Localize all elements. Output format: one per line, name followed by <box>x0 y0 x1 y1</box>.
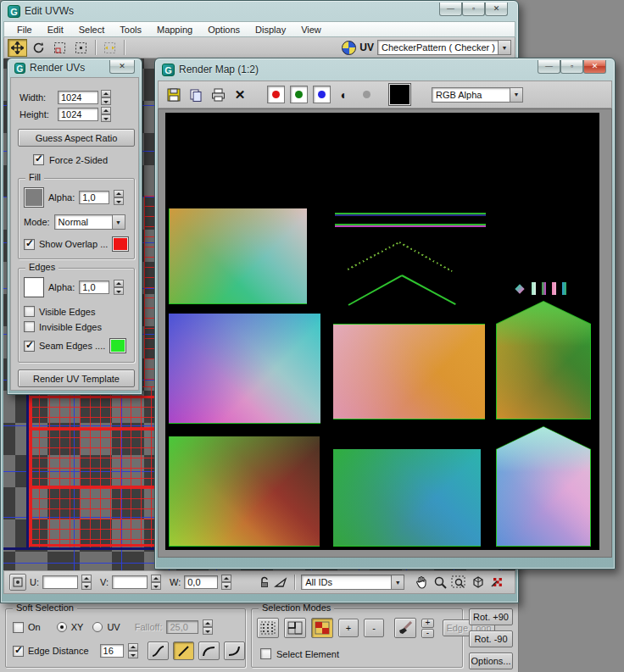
lock-selection-icon[interactable] <box>259 576 270 589</box>
render-uv-template-button[interactable]: Render UV Template <box>18 369 135 387</box>
background-color-swatch[interactable] <box>388 83 411 106</box>
close-button[interactable]: ✕ <box>109 60 135 74</box>
fill-alpha-spinner[interactable] <box>114 190 124 205</box>
maximize-button[interactable]: ▫ <box>462 3 485 16</box>
save-icon[interactable] <box>165 87 182 103</box>
render-map-window: G Render Map (1:2) — ▫ ✕ ✕ ◐ RGB Alpha ▼ <box>154 58 616 569</box>
u-input[interactable] <box>42 575 78 589</box>
u-spinner[interactable] <box>81 575 92 590</box>
xy-radio[interactable] <box>57 622 67 632</box>
height-spinner[interactable] <box>101 107 111 122</box>
height-input[interactable]: 1024 <box>58 108 98 121</box>
dropdown-arrow-icon[interactable]: ▼ <box>510 88 522 102</box>
fill-color-swatch[interactable] <box>24 187 44 208</box>
edge-distance-spinner[interactable] <box>128 643 138 658</box>
dropdown-arrow-icon[interactable]: ▼ <box>391 575 404 589</box>
menu-mapping[interactable]: Mapping <box>149 24 200 36</box>
fill-mode-dropdown[interactable]: Normal ▼ <box>54 214 125 230</box>
menu-tools[interactable]: Tools <box>112 24 149 36</box>
rendered-map-canvas[interactable] <box>165 113 599 550</box>
menu-file[interactable]: File <box>9 24 40 36</box>
pan-hand-icon[interactable] <box>415 575 430 590</box>
overlap-color-swatch[interactable] <box>112 236 129 252</box>
paint-size-up-button[interactable]: + <box>421 619 434 628</box>
visible-edges-checkbox[interactable] <box>24 306 35 317</box>
select-element-checkbox[interactable] <box>260 648 271 659</box>
grow-selection-button[interactable]: + <box>338 619 359 637</box>
edit-uvws-titlebar[interactable]: G Edit UVWs — ▫ ✕ <box>1 1 518 21</box>
show-overlap-checkbox[interactable] <box>24 239 35 250</box>
edge-alpha-spinner[interactable] <box>114 280 124 295</box>
delete-icon[interactable]: ✕ <box>231 87 248 103</box>
falloff-spinner[interactable] <box>203 619 213 635</box>
alpha-channel-icon[interactable]: ◐ <box>336 87 353 103</box>
dropdown-arrow-icon[interactable]: ▼ <box>112 215 125 229</box>
paint-select-button[interactable] <box>394 618 416 638</box>
falloff-input[interactable]: 25,0 <box>166 620 198 634</box>
material-id-dropdown[interactable]: All IDs ▼ <box>301 575 404 590</box>
guess-aspect-ratio-button[interactable]: Guess Aspect Ratio <box>18 129 135 147</box>
falloff-curve-smooth-button[interactable] <box>148 641 169 660</box>
edge-alpha-input[interactable]: 1,0 <box>79 280 109 294</box>
soft-selection-on-checkbox[interactable] <box>13 622 24 633</box>
blue-channel-toggle[interactable] <box>313 86 331 103</box>
edge-distance-input[interactable]: 16 <box>100 644 124 658</box>
freeform-tool-button[interactable] <box>71 39 91 57</box>
move-tool-button[interactable] <box>8 39 27 57</box>
minimize-button[interactable]: — <box>439 3 462 16</box>
rotate-plus-90-button[interactable]: Rot. +90 <box>469 608 513 625</box>
vertex-mode-button[interactable] <box>257 618 279 638</box>
absolute-offset-toggle[interactable] <box>9 574 26 591</box>
width-input[interactable]: 1024 <box>58 91 98 104</box>
zoom-to-gizmo-icon[interactable] <box>489 575 504 589</box>
w-spinner[interactable] <box>221 575 231 590</box>
red-channel-toggle[interactable] <box>267 86 285 103</box>
render-map-titlebar[interactable]: G Render Map (1:2) — ▫ ✕ <box>155 58 615 81</box>
edge-mode-button[interactable] <box>284 618 306 638</box>
scale-tool-button[interactable] <box>50 39 70 57</box>
copy-icon[interactable] <box>187 87 204 103</box>
dropdown-arrow-icon[interactable]: ▼ <box>498 41 510 54</box>
w-input[interactable]: 0,0 <box>184 575 218 589</box>
channel-display-dropdown[interactable]: RGB Alpha ▼ <box>432 87 523 103</box>
falloff-curve-slow-button[interactable] <box>224 641 245 660</box>
width-spinner[interactable] <box>101 90 111 105</box>
texture-list-dropdown[interactable]: CheckerPattern ( Checker ) ▼ <box>377 40 511 55</box>
falloff-curve-linear-button[interactable] <box>173 641 194 660</box>
close-button[interactable]: ✕ <box>583 60 606 74</box>
rotate-tool-button[interactable] <box>29 39 48 57</box>
edge-distance-checkbox[interactable] <box>13 646 24 657</box>
options-button[interactable]: Options... <box>469 653 513 669</box>
maximize-button[interactable]: ▫ <box>560 60 583 74</box>
force-2sided-checkbox[interactable] <box>33 154 44 165</box>
rotate-minus-90-button[interactable]: Rot. -90 <box>469 630 513 647</box>
mirror-tool-button[interactable] <box>100 39 120 57</box>
zoom-icon[interactable] <box>433 575 448 590</box>
minimize-button[interactable]: — <box>538 60 560 74</box>
zoom-extents-icon[interactable] <box>471 575 486 589</box>
print-icon[interactable] <box>209 87 226 103</box>
show-map-globe-icon[interactable] <box>342 41 356 55</box>
close-button[interactable]: ✕ <box>485 3 508 16</box>
render-uvs-titlebar[interactable]: G Render UVs ✕ <box>8 58 142 77</box>
fill-alpha-input[interactable]: 1,0 <box>79 191 109 204</box>
quick-transform-icon[interactable] <box>274 576 288 588</box>
uv-radio[interactable] <box>92 622 103 632</box>
shrink-selection-button[interactable]: - <box>364 619 384 637</box>
falloff-curve-fast-button[interactable] <box>198 641 220 660</box>
menu-select[interactable]: Select <box>71 24 113 36</box>
edge-color-swatch[interactable] <box>24 277 44 297</box>
menu-options[interactable]: Options <box>200 24 248 36</box>
seam-edges-checkbox[interactable] <box>24 341 35 352</box>
paint-size-down-button[interactable]: - <box>421 629 434 638</box>
v-input[interactable] <box>112 575 148 589</box>
zoom-region-icon[interactable] <box>451 575 467 590</box>
green-channel-toggle[interactable] <box>290 86 308 103</box>
face-mode-button[interactable] <box>311 618 333 638</box>
v-spinner[interactable] <box>151 575 161 590</box>
menu-display[interactable]: Display <box>248 24 293 36</box>
menu-edit[interactable]: Edit <box>40 24 71 36</box>
menu-view[interactable]: View <box>293 24 329 36</box>
seam-color-swatch[interactable] <box>109 338 126 353</box>
invisible-edges-checkbox[interactable] <box>24 321 35 332</box>
